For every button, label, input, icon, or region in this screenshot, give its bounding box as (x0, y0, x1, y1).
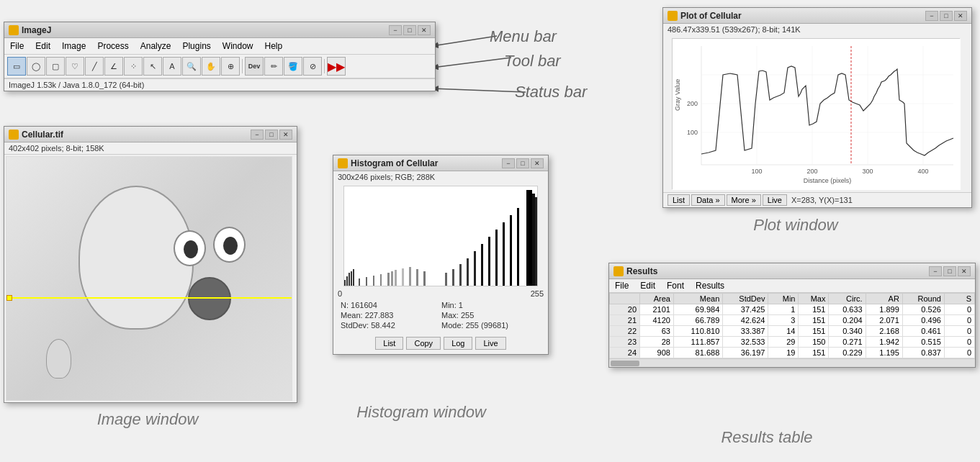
results-menu-font[interactable]: Font (661, 280, 690, 291)
results-menu-file[interactable]: File (609, 280, 634, 291)
tool-text[interactable]: A (163, 57, 181, 76)
histogram-live-button[interactable]: Live (475, 337, 505, 350)
svg-line-2 (432, 89, 526, 92)
results-scroll-container[interactable]: Area Mean StdDev Min Max Circ. AR Round … (609, 293, 975, 358)
results-close[interactable]: ✕ (958, 266, 971, 276)
svg-rect-32 (532, 194, 535, 286)
plot-restore[interactable]: □ (940, 11, 953, 21)
results-header-row: Area Mean StdDev Min Max Circ. AR Round … (610, 294, 975, 304)
plot-data-button[interactable]: Data » (691, 194, 724, 206)
table-cell: 0 (944, 337, 974, 348)
menu-help[interactable]: Help (259, 40, 289, 53)
tool-oval[interactable]: ◯ (27, 57, 45, 76)
svg-rect-9 (359, 278, 360, 286)
tool-arrow-tool[interactable]: ↖ (143, 57, 162, 76)
svg-rect-11 (373, 276, 374, 286)
tool-scroll[interactable]: ✋ (202, 57, 220, 76)
histogram-close[interactable]: ✕ (531, 158, 544, 168)
table-cell: 36.197 (723, 348, 768, 358)
menu-plugins[interactable]: Plugins (176, 40, 216, 53)
tool-crosshair[interactable]: ⊕ (221, 57, 240, 76)
table-cell: 0.229 (829, 348, 866, 358)
restore-button[interactable]: □ (403, 25, 416, 35)
plot-close[interactable]: ✕ (954, 11, 967, 21)
col-header-mean: Mean (673, 294, 722, 304)
cellular-restore[interactable]: □ (265, 130, 278, 140)
svg-line-1 (432, 58, 511, 68)
tool-pencil[interactable]: ✏ (264, 57, 283, 76)
table-cell: 2.168 (866, 326, 902, 337)
cellular-minimize[interactable]: − (251, 130, 264, 140)
table-cell: 33.387 (723, 326, 768, 337)
tool-more-arrow[interactable]: ▶▶ (327, 57, 346, 76)
status-bar: ImageJ 1.53k / Java 1.8.0_172 (64-bit) (4, 78, 435, 91)
histogram-minimize[interactable]: − (502, 158, 515, 168)
svg-rect-27 (495, 230, 498, 286)
histogram-list-button[interactable]: List (375, 337, 403, 350)
svg-rect-33 (535, 197, 538, 286)
menu-process[interactable]: Process (91, 40, 134, 53)
stat-stddev: StdDev: 58.442 (341, 321, 440, 330)
table-cell: 1.942 (866, 337, 902, 348)
table-cell: 111.857 (673, 337, 722, 348)
results-controls: − □ ✕ (929, 266, 971, 276)
results-scrollbar-horizontal[interactable] (609, 358, 975, 367)
histogram-icon (338, 158, 348, 168)
histogram-restore[interactable]: □ (516, 158, 529, 168)
plot-toolbar: List Data » More » Live X=283, Y(X)=131 (663, 192, 971, 207)
tool-dev[interactable]: Dev (245, 57, 264, 76)
results-menu-edit[interactable]: Edit (634, 280, 661, 291)
col-header-stddev: StdDev (723, 294, 768, 304)
monster-eye-left (174, 230, 206, 266)
histogram-copy-button[interactable]: Copy (406, 337, 441, 350)
table-row: 2328111.85732.533291500.2711.9420.5150 (610, 337, 975, 348)
table-cell: 110.810 (673, 326, 722, 337)
histogram-axis: 0 255 (333, 289, 548, 298)
table-cell: 14 (768, 326, 799, 337)
tool-polyline[interactable]: ∠ (104, 57, 123, 76)
tool-dropper[interactable]: ⊘ (303, 57, 322, 76)
plot-list-button[interactable]: List (667, 194, 690, 206)
col-header-ar: AR (866, 294, 902, 304)
results-minimize[interactable]: − (929, 266, 942, 276)
close-button[interactable]: ✕ (418, 25, 431, 35)
tool-magnify[interactable]: 🔍 (182, 57, 201, 76)
plot-info: 486.47x339.51 (539x267); 8-bit; 141K (663, 24, 971, 35)
table-cell: 151 (799, 304, 829, 315)
plot-minimize[interactable]: − (925, 11, 938, 21)
table-cell: 81.688 (673, 348, 722, 358)
results-menu-results[interactable]: Results (690, 280, 730, 291)
histogram-log-button[interactable]: Log (444, 337, 472, 350)
tool-bar-label: Tool bar (504, 52, 561, 71)
tool-freehand-line[interactable]: ⁘ (124, 57, 143, 76)
menu-analyze[interactable]: Analyze (135, 40, 177, 53)
tool-bucket[interactable]: 🪣 (284, 57, 302, 76)
svg-rect-5 (346, 276, 348, 286)
histogram-titlebar: Histogram of Cellular − □ ✕ (333, 155, 548, 171)
svg-text:100: 100 (751, 168, 762, 175)
cellular-controls: − □ ✕ (251, 130, 292, 140)
cellular-canvas[interactable] (6, 156, 292, 401)
tool-rectangle[interactable]: ▭ (7, 57, 26, 76)
table-row: 2490881.68836.197191510.2291.1950.8370 (610, 348, 975, 358)
table-cell: 0 (944, 315, 974, 326)
table-cell: 0.340 (829, 326, 866, 337)
cellular-close[interactable]: ✕ (279, 130, 292, 140)
menu-edit[interactable]: Edit (30, 40, 56, 53)
results-icon (613, 266, 624, 276)
menu-image[interactable]: Image (56, 40, 91, 53)
plot-live-button[interactable]: Live (763, 194, 787, 206)
menu-bar-label: Menu bar (490, 27, 557, 46)
svg-rect-21 (452, 269, 454, 286)
minimize-button[interactable]: − (389, 25, 402, 35)
menu-file[interactable]: File (4, 40, 30, 53)
tool-freehand[interactable]: ♡ (66, 57, 84, 76)
tool-bar: ▭ ◯ ▢ ♡ ╱ ∠ ⁘ ↖ A 🔍 ✋ ⊕ Dev ✏ 🪣 ⊘ ▶▶ (4, 55, 435, 78)
table-cell: 0 (944, 326, 974, 337)
results-restore[interactable]: □ (943, 266, 956, 276)
tool-line[interactable]: ╱ (85, 57, 104, 76)
plot-more-button[interactable]: More » (727, 194, 761, 206)
tool-rounded-rect[interactable]: ▢ (46, 57, 65, 76)
cellular-titlebar: Cellular.tif − □ ✕ (4, 127, 297, 142)
menu-window[interactable]: Window (217, 40, 259, 53)
